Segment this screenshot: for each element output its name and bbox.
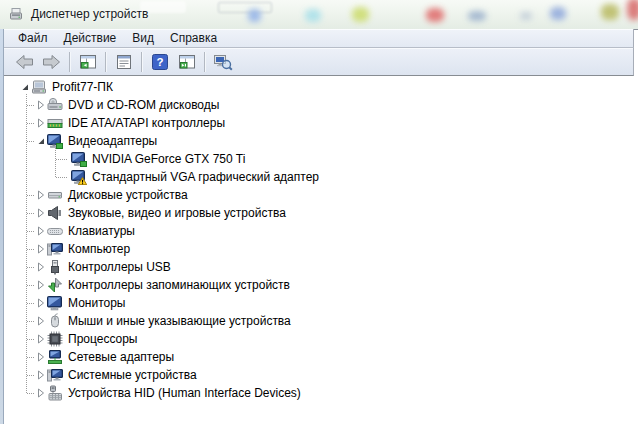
scan-computer-icon <box>213 53 233 71</box>
device-manager-icon <box>8 6 24 22</box>
hid-device-icon <box>47 385 63 401</box>
tree-item[interactable]: NVIDIA GeForce GTX 750 Ti <box>71 150 245 168</box>
storage-controller-icon <box>47 277 63 293</box>
tree-expander-icon[interactable] <box>36 244 46 254</box>
tree-item-label: Системные устройства <box>68 368 197 382</box>
tree-item-label: Стандартный VGA графический адаптер <box>92 170 319 184</box>
tree-guide-line <box>27 267 34 268</box>
dvd-drive-icon <box>47 97 63 113</box>
arrow-left-icon <box>14 53 35 71</box>
tree-expander-icon[interactable] <box>36 100 46 110</box>
action-pane-button[interactable] <box>173 50 200 74</box>
tree-item[interactable]: IDE ATA/ATAPI контроллеры <box>36 114 225 132</box>
tree-item[interactable]: Контроллеры USB <box>36 258 171 276</box>
tree-item[interactable]: Контроллеры запоминающих устройств <box>36 276 290 294</box>
tree-guide-line <box>56 177 67 178</box>
titlebar[interactable]: Диспетчер устройств <box>0 0 638 30</box>
tree-guide-line <box>27 231 34 232</box>
tree-guide-line <box>56 159 67 160</box>
blurred-desktop-icon <box>426 8 444 22</box>
system-device-icon <box>47 367 63 383</box>
help-button[interactable]: ? <box>146 50 173 74</box>
tree-expander-icon[interactable] <box>36 298 46 308</box>
blurred-desktop-label <box>218 2 272 13</box>
help-icon: ? <box>151 53 169 71</box>
tree-guide-line <box>27 357 34 358</box>
tree-item[interactable]: Сетевые адаптеры <box>36 348 174 366</box>
tree-guide-line <box>27 375 34 376</box>
tree-item[interactable]: Profit77-ПК <box>20 78 113 96</box>
tree-item[interactable]: Устройства HID (Human Interface Devices) <box>36 384 301 402</box>
tree-item-label: Дисковые устройства <box>68 188 188 202</box>
blurred-desktop-icon <box>352 7 369 22</box>
tree-item-label: Контроллеры USB <box>68 260 171 274</box>
tree-item-label: Звуковые, видео и игровые устройства <box>68 206 286 220</box>
tree-expander-icon[interactable] <box>36 334 46 344</box>
menu-bar: ФайлДействиеВидСправка <box>4 29 634 48</box>
disk-drive-icon <box>47 187 63 203</box>
scan-hardware-changes-button[interactable] <box>209 50 236 74</box>
usb-icon <box>47 259 63 275</box>
tree-expander-icon[interactable] <box>36 352 46 362</box>
tree-expander-icon[interactable] <box>36 262 46 272</box>
mouse-icon <box>47 313 63 329</box>
tree-item-label: NVIDIA GeForce GTX 750 Ti <box>92 152 245 166</box>
tree-item[interactable]: Системные устройства <box>36 366 197 384</box>
device-manager-window: Диспетчер устройств ФайлДействиеВидСправ… <box>0 0 638 424</box>
menu-view[interactable]: Вид <box>124 30 162 46</box>
blurred-desktop-icon <box>520 12 532 20</box>
toolbar-separator <box>105 52 106 72</box>
tree-item[interactable]: Процессоры <box>36 330 138 348</box>
tree-guide-line <box>27 123 34 124</box>
tree-item[interactable]: Компьютер <box>36 240 130 258</box>
toolbar-separator <box>69 52 70 72</box>
tree-item[interactable]: DVD и CD-ROM дисководы <box>36 96 219 114</box>
tree-item[interactable]: Мыши и иные указывающие устройства <box>36 312 291 330</box>
tree-item[interactable]: Видеоадаптеры <box>36 132 157 150</box>
tree-expander-icon[interactable] <box>36 190 46 200</box>
blurred-desktop-icon <box>305 9 321 22</box>
tree-guide-line <box>27 303 34 304</box>
menu-help[interactable]: Справка <box>162 30 225 46</box>
blurred-desktop-icon <box>627 0 638 20</box>
show-console-tree-button[interactable] <box>74 50 101 74</box>
tree-expander-icon[interactable] <box>36 388 46 398</box>
tree-item[interactable]: Дисковые устройства <box>36 186 188 204</box>
tree-expander-icon[interactable] <box>36 208 46 218</box>
menu-file[interactable]: Файл <box>10 30 56 46</box>
action-pane-icon <box>177 53 197 71</box>
tree-expander-icon[interactable] <box>20 82 30 92</box>
network-adapter-icon <box>47 349 63 365</box>
svg-text:?: ? <box>156 56 163 68</box>
menu-action[interactable]: Действие <box>56 30 125 46</box>
tree-item[interactable]: Стандартный VGA графический адаптер <box>71 168 319 186</box>
tree-guide-line <box>27 321 34 322</box>
tree-expander-icon[interactable] <box>36 118 46 128</box>
computer-root-icon <box>31 79 47 95</box>
cpu-icon <box>47 331 63 347</box>
keyboard-icon <box>47 223 63 239</box>
tree-expander-icon[interactable] <box>36 370 46 380</box>
tree-expander-icon[interactable] <box>36 316 46 326</box>
tree-item-label: Profit77-ПК <box>52 80 113 94</box>
window-title: Диспетчер устройств <box>31 7 148 21</box>
tree-item-label: IDE ATA/ATAPI контроллеры <box>68 116 225 130</box>
device-tree: Profit77-ПКDVD и CD-ROM дисководыIDE ATA… <box>4 76 638 424</box>
speaker-icon <box>47 205 63 221</box>
tree-item-label: Клавиатуры <box>68 224 135 238</box>
properties-button[interactable] <box>110 50 137 74</box>
tree-guide-line <box>27 339 34 340</box>
tree-item-label: DVD и CD-ROM дисководы <box>68 98 219 112</box>
tree-expander-icon[interactable] <box>36 226 46 236</box>
console-tree-icon <box>78 53 98 71</box>
tree-guide-line <box>27 195 34 196</box>
tree-expander-icon[interactable] <box>36 280 46 290</box>
forward-button[interactable] <box>38 50 65 74</box>
tree-item[interactable]: Мониторы <box>36 294 125 312</box>
back-button[interactable] <box>11 50 38 74</box>
tree-item[interactable]: Клавиатуры <box>36 222 135 240</box>
blurred-desktop-icon <box>248 9 261 22</box>
toolbar-separator <box>141 52 142 72</box>
tree-expander-icon[interactable] <box>36 136 46 146</box>
tree-item[interactable]: Звуковые, видео и игровые устройства <box>36 204 286 222</box>
